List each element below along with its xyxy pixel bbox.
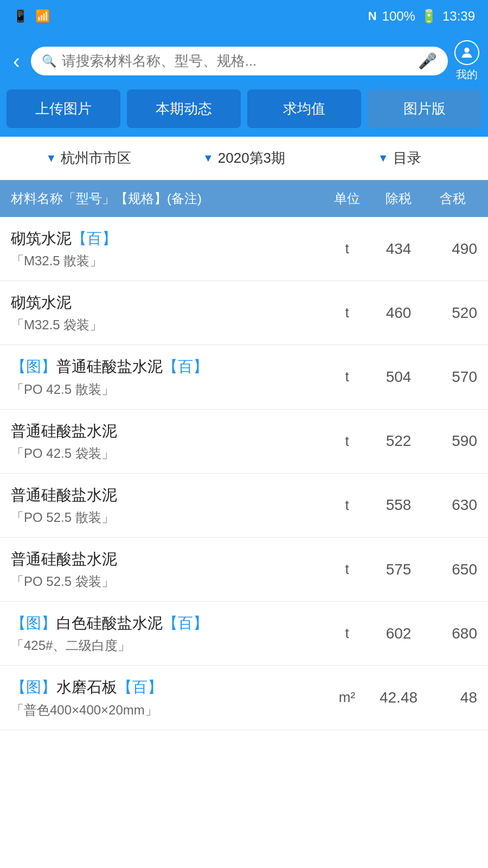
row-left: 【图】水磨石板【百】 「普色400×400×20mm」 — [11, 676, 325, 718]
battery-icon: 🔋 — [421, 9, 437, 24]
filter-catalog-label: 目录 — [393, 149, 421, 168]
bai-tag: 【百】 — [163, 358, 208, 375]
row-left: 普通硅酸盐水泥 「PO 42.5 袋装」 — [11, 420, 325, 462]
user-button[interactable]: 我的 — [454, 40, 479, 82]
material-unit: t — [325, 625, 369, 642]
table-body: 砌筑水泥【百】 「M32.5 散装」 t 434 490 砌筑水泥 「M32.5… — [0, 217, 488, 730]
action-bar: 上传图片 本期动态 求均值 图片版 — [0, 90, 488, 137]
material-inctax: 590 — [428, 432, 477, 450]
material-name: 普通硅酸盐水泥 — [11, 420, 325, 442]
bai-tag: 【百】 — [163, 615, 208, 631]
material-inctax: 490 — [428, 240, 477, 258]
material-unit: t — [325, 368, 369, 385]
material-name: 砌筑水泥【百】 — [11, 228, 325, 249]
material-extax: 522 — [369, 432, 428, 450]
search-bar[interactable]: 🔍 🎤 — [31, 47, 448, 75]
header: ‹ 🔍 🎤 我的 — [0, 33, 488, 90]
material-name: 【图】普通硅酸盐水泥【百】 — [11, 356, 325, 377]
table-row[interactable]: 普通硅酸盐水泥 「PO 42.5 袋装」 t 522 590 — [0, 410, 488, 474]
material-extax: 460 — [369, 304, 428, 322]
tu-tag: 【图】 — [11, 679, 56, 695]
bai-tag: 【百】 — [117, 679, 163, 695]
sim-icon: 📱 — [13, 9, 28, 23]
material-spec: 「M32.5 散装」 — [11, 252, 325, 270]
material-unit: t — [325, 240, 369, 257]
upload-button[interactable]: 上传图片 — [7, 90, 120, 128]
material-extax: 434 — [369, 240, 428, 258]
back-button[interactable]: ‹ — [9, 51, 24, 72]
row-left: 【图】普通硅酸盐水泥【百】 「PO 42.5 散装」 — [11, 356, 325, 398]
material-extax: 602 — [369, 625, 428, 642]
table-row[interactable]: 普通硅酸盐水泥 「PO 52.5 袋装」 t 575 650 — [0, 538, 488, 602]
material-unit: t — [325, 433, 369, 450]
filter-period[interactable]: ▼ 2020第3期 — [166, 149, 322, 168]
table-row[interactable]: 砌筑水泥【百】 「M32.5 散装」 t 434 490 — [0, 217, 488, 281]
material-inctax: 630 — [428, 496, 477, 514]
row-left: 【图】白色硅酸盐水泥【百】 「425#、二级白度」 — [11, 612, 325, 654]
row-left: 普通硅酸盐水泥 「PO 52.5 散装」 — [11, 484, 325, 526]
mic-icon[interactable]: 🎤 — [418, 52, 437, 70]
material-extax: 575 — [369, 561, 428, 578]
material-name: 【图】白色硅酸盐水泥【百】 — [11, 612, 325, 634]
wifi-icon: 📶 — [35, 9, 50, 23]
bai-tag: 【百】 — [72, 230, 117, 247]
tu-tag: 【图】 — [11, 358, 56, 375]
table-header: 材料名称「型号」【规格】(备注) 单位 除税 含税 — [0, 180, 488, 217]
row-left: 砌筑水泥 「M32.5 袋装」 — [11, 292, 325, 334]
user-avatar-icon — [454, 40, 479, 65]
col-header-extax: 除税 — [369, 190, 428, 207]
filter-region[interactable]: ▼ 杭州市市区 — [11, 149, 166, 168]
material-extax: 558 — [369, 496, 428, 514]
material-spec: 「PO 52.5 袋装」 — [11, 573, 325, 590]
search-icon: 🔍 — [42, 54, 56, 68]
material-name: 砌筑水泥 — [11, 292, 325, 313]
material-extax: 42.48 — [369, 689, 428, 706]
battery-percent: 100% — [382, 9, 415, 24]
material-unit: t — [325, 304, 369, 321]
material-spec: 「M32.5 袋装」 — [11, 316, 325, 334]
table-row[interactable]: 砌筑水泥 「M32.5 袋装」 t 460 520 — [0, 281, 488, 345]
news-button[interactable]: 本期动态 — [127, 90, 241, 128]
col-header-inctax: 含税 — [428, 190, 477, 207]
time-display: 13:39 — [442, 9, 475, 24]
material-name: 普通硅酸盐水泥 — [11, 484, 325, 506]
nfc-icon: N — [368, 9, 377, 23]
material-spec: 「普色400×400×20mm」 — [11, 701, 325, 719]
col-header-unit: 单位 — [325, 190, 369, 207]
material-name: 【图】水磨石板【百】 — [11, 676, 325, 698]
material-spec: 「PO 52.5 散装」 — [11, 509, 325, 526]
table-row[interactable]: 【图】普通硅酸盐水泥【百】 「PO 42.5 散装」 t 504 570 — [0, 345, 488, 409]
tu-tag: 【图】 — [11, 615, 56, 631]
row-left: 砌筑水泥【百】 「M32.5 散装」 — [11, 228, 325, 270]
status-left: 📱 📶 — [13, 9, 50, 23]
imgview-button[interactable]: 图片版 — [368, 90, 481, 128]
filter-region-label: 杭州市市区 — [61, 149, 131, 168]
row-left: 普通硅酸盐水泥 「PO 52.5 袋装」 — [11, 548, 325, 590]
material-inctax: 48 — [428, 689, 477, 706]
status-bar: 📱 📶 N 100% 🔋 13:39 — [0, 0, 488, 33]
material-unit: t — [325, 497, 369, 514]
filter-period-arrow-icon: ▼ — [203, 152, 214, 164]
filter-bar: ▼ 杭州市市区 ▼ 2020第3期 ▼ 目录 — [0, 137, 488, 180]
status-right: N 100% 🔋 13:39 — [368, 9, 475, 24]
table-row[interactable]: 【图】白色硅酸盐水泥【百】 「425#、二级白度」 t 602 680 — [0, 602, 488, 666]
material-spec: 「PO 42.5 散装」 — [11, 381, 325, 398]
user-label: 我的 — [456, 67, 478, 82]
average-button[interactable]: 求均值 — [247, 90, 361, 128]
search-input[interactable] — [62, 53, 413, 69]
material-unit: m² — [325, 689, 369, 706]
filter-period-label: 2020第3期 — [218, 149, 285, 168]
filter-catalog-arrow-icon: ▼ — [378, 152, 389, 164]
material-inctax: 570 — [428, 368, 477, 386]
material-spec: 「425#、二级白度」 — [11, 637, 325, 654]
col-header-name: 材料名称「型号」【规格】(备注) — [11, 190, 325, 207]
material-inctax: 680 — [428, 625, 477, 642]
table-row[interactable]: 普通硅酸盐水泥 「PO 52.5 散装」 t 558 630 — [0, 474, 488, 538]
material-inctax: 520 — [428, 304, 477, 322]
svg-point-0 — [464, 48, 469, 53]
material-spec: 「PO 42.5 袋装」 — [11, 445, 325, 462]
material-extax: 504 — [369, 368, 428, 386]
filter-catalog[interactable]: ▼ 目录 — [322, 149, 477, 168]
table-row[interactable]: 【图】水磨石板【百】 「普色400×400×20mm」 m² 42.48 48 — [0, 666, 488, 730]
material-inctax: 650 — [428, 561, 477, 578]
